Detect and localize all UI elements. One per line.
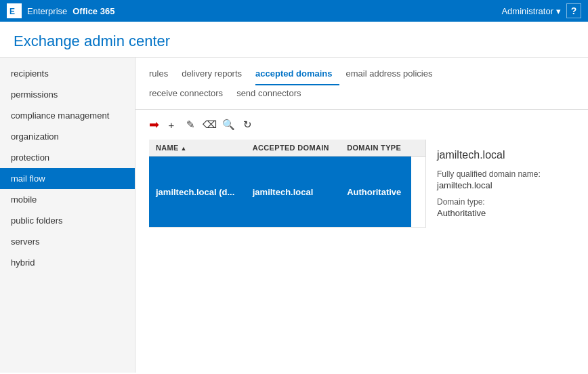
sidebar-item-public_folders[interactable]: public folders [0,210,135,231]
sidebar-item-mobile[interactable]: mobile [0,189,135,210]
sidebar-item-protection[interactable]: protection [0,147,135,168]
detail-panel: jamiltech.local Fully qualified domain n… [425,140,574,228]
subnav-send_connectors[interactable]: send connectors [236,85,308,104]
help-button[interactable]: ? [566,3,581,18]
table-row[interactable]: jamiltech.local (d...jamiltech.localAuth… [149,157,425,228]
sidebar-item-hybrid[interactable]: hybrid [0,252,135,273]
topbar-right: Administrator ▾ ? [501,3,581,18]
col-header-empty [411,140,425,157]
data-table: NAMEACCEPTED DOMAINDOMAIN TYPE jamiltech… [149,140,425,228]
app-logo: E [7,3,22,18]
cell-name: jamiltech.local (d... [149,157,246,228]
delete-button[interactable]: ⌫ [201,117,217,133]
table-container: NAMEACCEPTED DOMAINDOMAIN TYPE jamiltech… [135,140,588,228]
main-layout: recipientspermissionscompliance manageme… [0,58,588,373]
col-header-domain_type[interactable]: DOMAIN TYPE [340,140,411,157]
subnav-receive_connectors[interactable]: receive connectors [149,85,230,104]
col-header-accepted_domain[interactable]: ACCEPTED DOMAIN [246,140,340,157]
subnav-email_address_policies[interactable]: email address policies [346,66,440,85]
col-header-name[interactable]: NAME [149,140,246,157]
subnav-delivery_reports[interactable]: delivery reports [182,66,249,85]
search-button[interactable]: 🔍 [220,117,236,133]
detail-type-value: Authoritative [437,208,564,218]
sidebar-item-organization[interactable]: organization [0,126,135,147]
cell-accepted-domain: jamiltech.local [246,157,340,228]
add-button[interactable]: + [163,117,180,133]
toolbar-arrow-icon: ➡ [149,117,159,132]
subnav-rules[interactable]: rules [149,66,175,85]
topbar-left: E Enterprise Office 365 [7,3,114,18]
svg-text:E: E [9,7,15,16]
dropdown-arrow-icon: ▾ [556,6,561,16]
page-title: Exchange admin center [14,33,574,50]
sidebar-item-recipients[interactable]: recipients [0,63,135,84]
detail-type-label: Domain type: [437,197,564,207]
topbar: E Enterprise Office 365 Administrator ▾ … [0,0,588,22]
admin-dropdown[interactable]: Administrator ▾ [501,6,561,16]
cell-domain-type: Authoritative [340,157,411,228]
sidebar-item-mail_flow[interactable]: mail flow [0,168,135,189]
office365-label: Office 365 [72,6,114,16]
toolbar: ➡+✎⌫🔍↻ [135,110,588,140]
detail-fqdn-value: jamiltech.local [437,180,564,190]
table-header-row: NAMEACCEPTED DOMAINDOMAIN TYPE [149,140,425,157]
refresh-button[interactable]: ↻ [239,117,255,133]
sidebar-item-permissions[interactable]: permissions [0,84,135,105]
subnav-accepted_domains[interactable]: accepted domains [255,66,339,85]
sidebar: recipientspermissionscompliance manageme… [0,58,135,373]
content-area: rulesdelivery reportsaccepted domainsema… [135,58,588,373]
enterprise-label: Enterprise [27,6,67,16]
table-body: jamiltech.local (d...jamiltech.localAuth… [149,157,425,228]
detail-fqdn-label: Fully qualified domain name: [437,169,564,179]
subnav: rulesdelivery reportsaccepted domainsema… [135,58,588,110]
sidebar-item-servers[interactable]: servers [0,231,135,252]
sidebar-item-compliance_management[interactable]: compliance management [0,105,135,126]
detail-title: jamiltech.local [437,149,564,161]
edit-button[interactable]: ✎ [182,117,198,133]
page-title-bar: Exchange admin center [0,22,588,58]
